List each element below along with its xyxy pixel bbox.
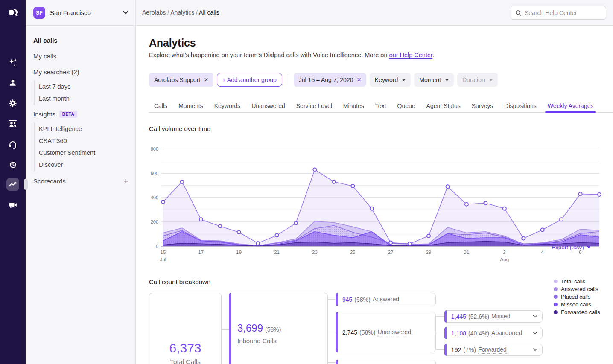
tab-queue[interactable]: Queue [392,100,421,112]
svg-text:23: 23 [312,250,318,255]
remove-date-icon[interactable]: × [357,76,361,83]
connector [436,333,444,333]
tab-moments[interactable]: Moments [173,100,209,112]
chevron-down-icon[interactable] [533,332,537,335]
add-scorecard-icon[interactable]: + [123,178,128,185]
help-search[interactable] [511,6,606,20]
svg-text:600: 600 [151,171,158,176]
sidebar-item-all-calls[interactable]: All calls [26,32,135,48]
svg-text:29: 29 [426,250,432,255]
svg-text:15: 15 [161,250,166,255]
unanswered-label[interactable]: Unanswered [377,329,411,336]
legend-item-forwarded-calls: Forwarded calls [554,308,600,316]
insights-group: KPI Intelligence CSAT 360 Customer Senti… [34,122,135,171]
tab-weekly-averages[interactable]: Weekly Averages [542,100,599,112]
export-csv-link[interactable]: Export (.csv) [552,244,590,250]
filter-bar: Aerolabs Support × + Add another group J… [149,73,498,87]
tab-unanswered[interactable]: Unanswered [246,100,291,112]
keyword-filter-dropdown[interactable]: Keyword [370,73,411,87]
remove-group-icon[interactable]: × [204,76,208,83]
date-range-chip[interactable]: Jul 15 – Aug 7, 2020 × [294,73,366,87]
legend-item-answered-calls: Answered calls [554,285,600,293]
app-rail [0,0,26,364]
tab-calls[interactable]: Calls [149,100,173,112]
sidebar-item-csat-360[interactable]: CSAT 360 [35,135,135,147]
volume-section-title: Call volume over time [149,125,210,132]
tab-minutes[interactable]: Minutes [338,100,370,112]
office-name: San Francisco [50,9,123,16]
page-title: Analytics [149,37,196,49]
dialpad-logo-icon[interactable] [7,7,18,18]
breadcrumb-link-aerolabs[interactable]: Aerolabs [142,9,166,16]
filter-divider [288,74,288,85]
breakdown-section-title: Call count breakdown [149,278,210,285]
missed-label[interactable]: Missed [491,313,510,320]
inbound-calls-value: 3,699 [237,322,263,334]
caret-down-icon [489,79,493,81]
tab-keywords[interactable]: Keywords [209,100,246,112]
sidebar-item-kpi-intelligence[interactable]: KPI Intelligence [35,123,135,135]
forwarded-label[interactable]: Forwarded [478,346,507,354]
svg-text:0: 0 [156,244,158,249]
callbacks-card: 9(0.2%)Callbacks Requested [336,360,436,364]
legend-dot-icon [554,287,558,291]
team-icon[interactable] [6,117,19,130]
chevron-down-icon[interactable] [533,348,537,351]
tab-dispositions[interactable]: Dispositions [499,100,542,112]
sidebar-item-last-7-days[interactable]: Last 7 days [35,81,135,93]
sidebar-item-last-month[interactable]: Last month [35,93,135,105]
svg-text:Aug: Aug [500,257,509,262]
connector [436,316,444,317]
sidebar-item-scorecards[interactable]: Scorecards + [26,173,135,189]
forwarded-card[interactable]: 192(7%)Forwarded [444,344,543,356]
svg-text:4: 4 [541,250,544,255]
connector [222,329,229,330]
tab-text[interactable]: Text [370,100,392,112]
abandoned-label[interactable]: Abandoned [491,329,522,337]
total-calls-label[interactable]: Total Calls [170,358,201,364]
duration-filter-dropdown[interactable]: Duration [457,73,498,87]
contacts-icon[interactable] [6,76,19,89]
breadcrumb-current: All calls [199,9,219,16]
saved-searches-group: Last 7 days Last month [34,80,135,105]
sidebar-item-discover[interactable]: Discover [35,159,135,171]
unanswered-card: 2,745(58%)Unanswered [336,312,436,352]
office-switcher[interactable]: SF San Francisco [26,0,135,26]
tab-surveys[interactable]: Surveys [466,100,499,112]
caret-down-icon [445,79,449,81]
tab-service-level[interactable]: Service Level [291,100,338,112]
moment-filter-dropdown[interactable]: Moment [414,73,454,87]
meetings-video-icon[interactable] [6,198,19,211]
ai-sparkles-icon[interactable] [6,56,19,69]
analytics-trending-icon[interactable] [6,178,19,191]
abandoned-card[interactable]: 1,108(40.4%)Abandoned [444,327,543,339]
tab-agent-status[interactable]: Agent Status [421,100,466,112]
svg-text:19: 19 [236,250,242,255]
legend-item-placed-calls: Placed calls [554,293,600,300]
caret-down-icon [587,246,590,248]
add-group-button[interactable]: + Add another group [217,73,282,87]
support-headset-icon[interactable] [6,138,19,151]
connector [436,349,444,350]
answered-label[interactable]: Answered [373,296,399,303]
svg-text:800: 800 [151,146,158,151]
inbound-calls-label[interactable]: Inbound Calls [237,337,277,345]
svg-text:2: 2 [503,250,506,255]
history-icon[interactable] [6,158,19,171]
chevron-down-icon[interactable] [533,315,537,318]
help-center-link[interactable]: our Help Center [389,52,433,58]
caret-down-icon [402,79,406,81]
group-filter-chip[interactable]: Aerolabs Support × [149,73,213,87]
connector [328,362,336,363]
settings-gear-icon[interactable] [6,97,19,110]
breadcrumb-link-analytics[interactable]: Analytics [170,9,194,16]
main-content: Analytics Explore what's happening on yo… [136,26,613,364]
sidebar-item-my-searches[interactable]: My searches (2) [26,64,135,80]
sidebar-item-customer-sentiment[interactable]: Customer Sentiment [35,147,135,159]
sidebar-item-insights[interactable]: Insights BETA [26,106,135,122]
missed-card[interactable]: 1,445(52.6%)Missed [444,310,543,323]
svg-text:200: 200 [151,219,158,224]
search-input[interactable] [525,9,597,16]
sidebar-item-my-calls[interactable]: My calls [26,48,135,64]
chevron-down-icon [123,11,128,15]
